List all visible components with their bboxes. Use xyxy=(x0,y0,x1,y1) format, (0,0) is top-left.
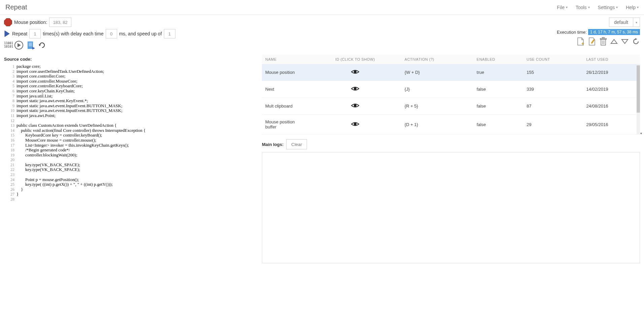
right-pane: NAME ID (CLICK TO SHOW) ACTIVATION (?) E… xyxy=(262,55,640,263)
table-row[interactable]: Mouse position{W + D}true15526/12/2019 xyxy=(262,64,640,81)
cell-id-eye[interactable] xyxy=(309,115,401,135)
cell-activation: {W + D} xyxy=(401,64,473,81)
repeat-count-input[interactable] xyxy=(29,29,41,38)
cell-name: Mult clipboard xyxy=(262,98,309,115)
cell-usecount: 339 xyxy=(523,81,583,98)
line-gutter: 1234567891011121314151617181920212223242… xyxy=(4,64,16,202)
cell-enabled: false xyxy=(473,115,523,135)
cell-lastused: 29/05/2016 xyxy=(583,115,640,135)
svg-point-23 xyxy=(354,87,357,90)
eye-icon[interactable] xyxy=(351,121,360,127)
task-table: NAME ID (CLICK TO SHOW) ACTIVATION (?) E… xyxy=(262,55,640,135)
ms-label: ms, and speed up of xyxy=(119,31,162,36)
col-lastused[interactable]: LAST USED xyxy=(583,55,640,64)
task-table-wrap: NAME ID (CLICK TO SHOW) ACTIVATION (?) E… xyxy=(262,55,640,135)
mouse-position-input[interactable] xyxy=(49,18,71,27)
svg-marker-21 xyxy=(635,38,637,40)
logs-area[interactable] xyxy=(262,152,640,263)
svg-marker-4 xyxy=(18,43,21,47)
move-up-icon[interactable] xyxy=(610,38,618,45)
cell-enabled: false xyxy=(473,81,523,98)
eye-icon[interactable] xyxy=(351,86,360,92)
eye-icon[interactable] xyxy=(351,102,360,109)
document-icon[interactable] xyxy=(27,41,35,50)
code-lines[interactable]: package core;import core.userDefinedTask… xyxy=(16,64,256,202)
toolbar: Mouse position: Repeat times(s) with del… xyxy=(0,15,644,55)
code-editor[interactable]: 1234567891011121314151617181920212223242… xyxy=(4,64,257,202)
execution-time-label: Execution time: xyxy=(557,30,587,35)
main-menu: File▾ Tools▾ Settings▾ Help▾ xyxy=(557,5,639,10)
cell-id-eye[interactable] xyxy=(309,81,401,98)
repeat-label: Repeat xyxy=(12,31,27,36)
main-logs-label: Main logs: xyxy=(262,142,283,147)
reload-icon[interactable] xyxy=(38,41,46,49)
menu-help[interactable]: Help▾ xyxy=(626,5,639,10)
svg-text:11001: 11001 xyxy=(4,41,13,45)
left-pane: Source code: 123456789101112131415161718… xyxy=(4,55,257,263)
cell-lastused: 24/08/2016 xyxy=(583,98,640,115)
svg-point-24 xyxy=(354,104,357,107)
svg-text:+: + xyxy=(581,41,584,46)
cell-lastused: 14/02/2019 xyxy=(583,81,640,98)
col-id[interactable]: ID (CLICK TO SHOW) xyxy=(309,55,401,64)
run-icon[interactable] xyxy=(14,40,24,50)
cell-usecount: 29 xyxy=(523,115,583,135)
mouse-position-label: Mouse position: xyxy=(14,20,47,25)
cell-id-eye[interactable] xyxy=(309,98,401,115)
cell-activation: {D + 1} xyxy=(401,115,473,135)
svg-marker-10 xyxy=(39,45,41,46)
table-row[interactable]: Mouse position buffer{D + 1}false2929/05… xyxy=(262,115,640,135)
svg-point-22 xyxy=(354,70,357,73)
cell-activation: {J} xyxy=(401,81,473,98)
table-dropdown-caret[interactable]: ▾ xyxy=(640,131,642,135)
cell-enabled: false xyxy=(473,98,523,115)
cell-activation: {R + 5} xyxy=(401,98,473,115)
table-scrollbar[interactable] xyxy=(637,65,640,135)
col-activation[interactable]: ACTIVATION (?) xyxy=(401,55,473,64)
play-icon[interactable] xyxy=(4,30,10,37)
edit-file-icon[interactable] xyxy=(588,37,596,46)
menu-file[interactable]: File▾ xyxy=(557,5,568,10)
source-code-label: Source code: xyxy=(4,57,257,62)
col-name[interactable]: NAME xyxy=(262,55,309,64)
svg-marker-9 xyxy=(32,47,35,50)
menu-tools[interactable]: Tools▾ xyxy=(576,5,590,10)
svg-marker-0 xyxy=(5,31,9,37)
eye-icon[interactable] xyxy=(351,69,360,75)
move-down-icon[interactable] xyxy=(621,38,629,45)
trash-icon[interactable] xyxy=(600,37,607,46)
app-title: Repeat xyxy=(5,3,27,11)
new-file-icon[interactable]: + xyxy=(577,37,585,46)
cell-usecount: 155 xyxy=(523,64,583,81)
cell-name: Mouse position xyxy=(262,64,309,81)
col-usecount[interactable]: USE COUNT xyxy=(523,55,583,64)
svg-text:10101: 10101 xyxy=(4,45,13,48)
speedup-input[interactable] xyxy=(164,29,175,38)
default-button[interactable]: default xyxy=(609,18,633,27)
cell-name: Next xyxy=(262,81,309,98)
menu-settings[interactable]: Settings▾ xyxy=(598,5,618,10)
execution-time-value: 1 d, 17 h, 7 m, 57 s, 38 ms xyxy=(588,29,640,35)
cell-id-eye[interactable] xyxy=(309,64,401,81)
topbar: Repeat File▾ Tools▾ Settings▾ Help▾ xyxy=(0,0,644,15)
refresh-icon[interactable] xyxy=(632,37,640,46)
cell-usecount: 87 xyxy=(523,98,583,115)
svg-rect-15 xyxy=(602,37,604,38)
svg-marker-20 xyxy=(622,39,628,43)
col-enabled[interactable]: ENABLED xyxy=(473,55,523,64)
clear-logs-button[interactable]: Clear xyxy=(286,139,307,149)
cell-name: Mouse position buffer xyxy=(262,115,309,135)
table-row[interactable]: Mult clipboard{R + 5}false8724/08/2016 xyxy=(262,98,640,115)
table-row[interactable]: Next{J}false33914/02/2019 xyxy=(262,81,640,98)
svg-point-25 xyxy=(354,123,357,125)
binary-icon[interactable]: 1100110101 xyxy=(4,41,14,50)
svg-marker-19 xyxy=(611,39,617,43)
cell-lastused: 26/12/2019 xyxy=(583,64,640,81)
cell-enabled: true xyxy=(473,64,523,81)
record-stop-icon[interactable] xyxy=(4,18,12,26)
svg-rect-5 xyxy=(28,41,33,49)
delay-input[interactable] xyxy=(106,29,117,38)
default-dropdown-caret[interactable]: ▾ xyxy=(633,18,640,27)
main-content: Source code: 123456789101112131415161718… xyxy=(0,55,644,267)
times-label: times(s) with delay each time xyxy=(43,31,104,36)
